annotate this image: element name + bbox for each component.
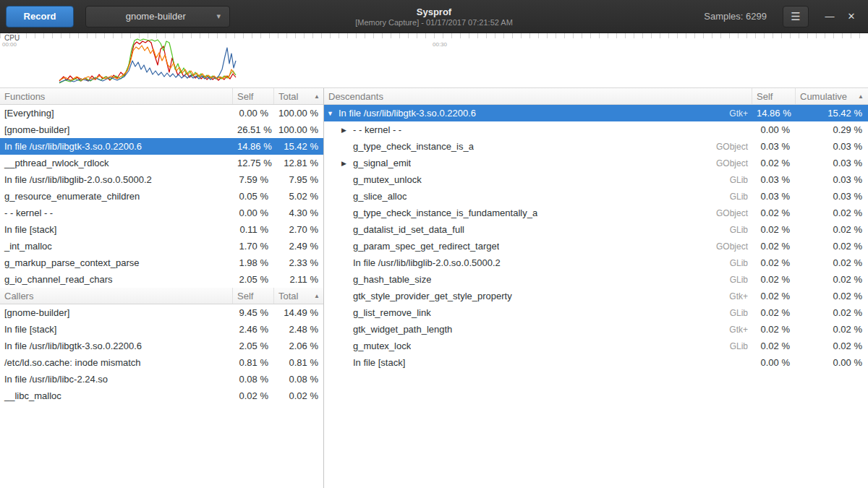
function-name: In file [stack]	[0, 324, 233, 335]
function-name-cell: g_param_spec_get_redirect_targetGObject	[324, 241, 752, 252]
library-category-label: Gtk+	[723, 325, 748, 335]
table-row[interactable]: ▼In file /usr/lib/libgtk-3.so.0.2200.6Gt…	[324, 105, 868, 121]
self-percent: 14.86 %	[233, 141, 274, 152]
total-percent: 2.48 %	[274, 324, 324, 335]
table-row[interactable]: In file /usr/lib/libgtk-3.so.0.2200.614.…	[0, 138, 323, 155]
self-percent: 1.98 %	[233, 257, 274, 268]
cumulative-percent: 0.02 %	[796, 257, 868, 268]
column-header-total[interactable]: Total ▲	[274, 88, 324, 104]
function-name: - - kernel - -	[353, 124, 401, 135]
table-row[interactable]: ▶g_signal_emitGObject0.02 %0.03 %	[324, 155, 868, 171]
right-pane: Descendants Self Cumulative ▲ ▼In file /…	[324, 88, 868, 488]
table-row[interactable]: In file [stack]0.11 %2.70 %	[0, 221, 323, 238]
expander-icon[interactable]: ▶	[341, 160, 353, 167]
function-name: g_mutex_unlock	[353, 174, 422, 185]
table-row[interactable]: ▶- - kernel - -0.00 %0.29 %	[324, 121, 868, 138]
function-name: __libc_malloc	[0, 390, 233, 401]
column-header-descendants[interactable]: Descendants	[324, 88, 752, 104]
column-header-callers[interactable]: Callers	[0, 288, 233, 304]
table-row[interactable]: __libc_malloc0.02 %0.02 %	[0, 388, 323, 404]
function-name: __pthread_rwlock_rdlock	[0, 158, 233, 168]
record-button[interactable]: Record	[6, 6, 74, 27]
function-name: gtk_widget_path_length	[353, 324, 452, 335]
library-category-label: GObject	[710, 142, 748, 152]
total-percent: 0.08 %	[274, 374, 324, 385]
self-percent: 1.70 %	[233, 241, 274, 252]
table-row[interactable]: [Everything]0.00 %100.00 %	[0, 105, 323, 121]
function-name: _int_malloc	[0, 241, 233, 252]
function-name: In file [stack]	[353, 357, 405, 368]
headerbar-right: Samples: 6299 ☰ — ✕	[704, 6, 868, 27]
table-row[interactable]: g_list_remove_linkGLib0.02 %0.02 %	[324, 304, 868, 321]
self-percent: 0.00 %	[752, 357, 796, 368]
self-percent: 26.51 %	[233, 124, 274, 135]
table-row[interactable]: gtk_widget_path_lengthGtk+0.02 %0.02 %	[324, 321, 868, 338]
column-header-total[interactable]: Total ▲	[274, 288, 324, 304]
total-percent: 2.33 %	[274, 257, 324, 268]
table-row[interactable]: [gnome-builder]9.45 %14.49 %	[0, 304, 323, 321]
target-selector-label: gnome-builder	[95, 11, 216, 22]
callers-table: [gnome-builder]9.45 %14.49 %In file [sta…	[0, 304, 323, 404]
function-name-cell: ▼In file /usr/lib/libgtk-3.so.0.2200.6Gt…	[324, 108, 752, 119]
table-row[interactable]: __pthread_rwlock_rdlock12.75 %12.81 %	[0, 155, 323, 171]
total-percent: 100.00 %	[274, 124, 324, 135]
window-minimize-button[interactable]: —	[819, 6, 841, 27]
column-header-functions[interactable]: Functions	[0, 88, 233, 104]
function-name: gtk_style_provider_get_style_property	[353, 291, 512, 301]
self-percent: 0.11 %	[233, 224, 274, 235]
table-row[interactable]: g_datalist_id_set_data_fullGLib0.02 %0.0…	[324, 221, 868, 238]
window-close-button[interactable]: ✕	[841, 6, 862, 27]
total-percent: 0.81 %	[274, 357, 324, 368]
function-name: In file /usr/lib/libglib-2.0.so.0.5000.2	[0, 174, 233, 185]
table-row[interactable]: [gnome-builder]26.51 %100.00 %	[0, 121, 323, 138]
column-header-self[interactable]: Self	[752, 88, 796, 104]
timeline-start-label: 00:00	[2, 41, 17, 48]
minimize-icon: —	[825, 11, 835, 22]
self-percent: 0.02 %	[752, 224, 796, 235]
column-header-self[interactable]: Self	[233, 88, 274, 104]
target-selector-dropdown[interactable]: gnome-builder ▾	[85, 6, 230, 27]
function-name: g_type_check_instance_is_fundamentally_a	[353, 207, 537, 218]
table-row[interactable]: In file /usr/lib/libc-2.24.so0.08 %0.08 …	[0, 371, 323, 388]
expander-icon[interactable]: ▼	[327, 110, 339, 117]
expander-icon[interactable]: ▶	[341, 127, 353, 134]
library-category-label: GLib	[724, 308, 748, 318]
self-percent: 0.81 %	[233, 357, 274, 368]
cpu-timeline[interactable]: CPU 00:00 00:30	[0, 33, 868, 88]
self-percent: 0.02 %	[752, 257, 796, 268]
total-percent: 2.11 %	[274, 274, 324, 285]
function-name-cell: g_list_remove_linkGLib	[324, 307, 752, 318]
table-row[interactable]: In file [stack]0.00 %0.00 %	[324, 354, 868, 371]
self-percent: 0.05 %	[233, 191, 274, 202]
table-row[interactable]: g_io_channel_read_chars2.05 %2.11 %	[0, 271, 323, 288]
function-name: g_slice_alloc	[353, 191, 407, 202]
cumulative-percent: 15.42 %	[796, 108, 868, 119]
column-header-self[interactable]: Self	[233, 288, 274, 304]
library-category-label: GLib	[724, 192, 748, 202]
table-row[interactable]: In file /usr/lib/libgtk-3.so.0.2200.62.0…	[0, 338, 323, 354]
table-row[interactable]: /etc/ld.so.cache: inode mismatch0.81 %0.…	[0, 354, 323, 371]
table-row[interactable]: gtk_style_provider_get_style_propertyGtk…	[324, 288, 868, 304]
table-row[interactable]: g_markup_parse_context_parse1.98 %2.33 %	[0, 254, 323, 271]
table-row[interactable]: g_hash_table_sizeGLib0.02 %0.02 %	[324, 271, 868, 288]
self-percent: 0.02 %	[233, 390, 274, 401]
table-row[interactable]: g_mutex_lockGLib0.02 %0.02 %	[324, 338, 868, 354]
cumulative-percent: 0.02 %	[796, 274, 868, 285]
table-row[interactable]: In file /usr/lib/libglib-2.0.so.0.5000.2…	[324, 254, 868, 271]
menu-button[interactable]: ☰	[783, 6, 809, 27]
function-name-cell: ▶- - kernel - -	[324, 124, 752, 135]
table-row[interactable]: _int_malloc1.70 %2.49 %	[0, 238, 323, 254]
column-header-cumulative[interactable]: Cumulative ▲	[796, 88, 868, 104]
self-percent: 0.02 %	[752, 274, 796, 285]
table-row[interactable]: g_type_check_instance_is_aGObject0.03 %0…	[324, 138, 868, 155]
table-row[interactable]: In file [stack]2.46 %2.48 %	[0, 321, 323, 338]
table-row[interactable]: g_type_check_instance_is_fundamentally_a…	[324, 205, 868, 221]
library-category-label: Gtk+	[723, 291, 748, 301]
table-row[interactable]: g_resource_enumerate_children0.05 %5.02 …	[0, 188, 323, 205]
table-row[interactable]: g_mutex_unlockGLib0.03 %0.03 %	[324, 171, 868, 188]
function-name: g_markup_parse_context_parse	[0, 257, 233, 268]
table-row[interactable]: - - kernel - -0.00 %4.30 %	[0, 205, 323, 221]
table-row[interactable]: g_slice_allocGLib0.03 %0.03 %	[324, 188, 868, 205]
table-row[interactable]: In file /usr/lib/libglib-2.0.so.0.5000.2…	[0, 171, 323, 188]
table-row[interactable]: g_param_spec_get_redirect_targetGObject0…	[324, 238, 868, 254]
